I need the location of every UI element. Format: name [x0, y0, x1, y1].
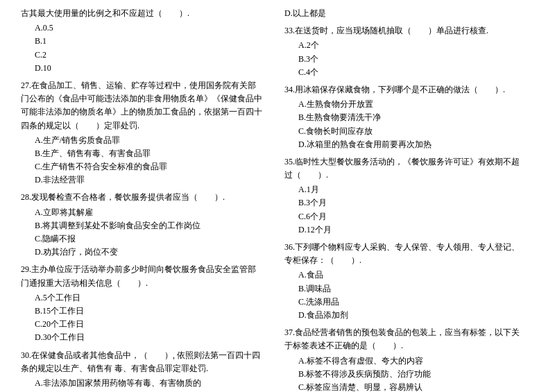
question-28-text: 28.发现餐检查不合格者，餐饮服务提供者应当（ ）. — [21, 191, 264, 204]
question-28: 28.发现餐检查不合格者，餐饮服务提供者应当（ ）. A.立即将其解雇 B.将其… — [21, 191, 264, 259]
question-d-text: D.以上都是 — [284, 7, 527, 20]
option-36c: C.洗涤用品 — [298, 296, 527, 309]
options-30: A.非法添加国家禁用药物等有毒、有害物质的 B.非法添加大量药品的 C.超出固建… — [35, 377, 264, 392]
question-29: 29.主办单位应于活动举办前多少时间向餐饮服务食品安全监管部门通报重大活动相关信… — [21, 263, 264, 344]
option-37c: C.标签应当清楚、明显，容易辨认 — [298, 381, 527, 392]
left-column: 古其最大使用量的比例之和不应超过（ ）. A.0.5 B.1 C.2 D.10 … — [21, 7, 271, 392]
question-30-text: 30.在保健食品或者其他食品中，（ ）, 依照则法第一百四十四条的规定以生产、销… — [21, 349, 264, 375]
option-34d: D.冰箱里的熟食在食用前要再次加热 — [298, 138, 527, 151]
question-33-text: 33.在送货时，应当现场随机抽取（ ）单品进行核查. — [284, 24, 527, 37]
option-28c: C.隐瞒不报 — [35, 232, 264, 246]
option-36d: D.食品添加剂 — [298, 309, 527, 322]
content-grid: 古其最大使用量的比例之和不应超过（ ）. A.0.5 B.1 C.2 D.10 … — [21, 7, 534, 392]
option-30a: A.非法添加国家禁用药物等有毒、有害物质的 — [35, 377, 264, 390]
option-28a: A.立即将其解雇 — [35, 206, 264, 219]
options-35: A.1月 B.3个月 C.6个月 D.12个月 — [298, 183, 527, 237]
option-34c: C.食物长时间应存放 — [298, 125, 527, 138]
question-30: 30.在保健食品或者其他食品中，（ ）, 依照则法第一百四十四条的规定以生产、销… — [21, 349, 264, 393]
right-column: D.以上都是 33.在送货时，应当现场随机抽取（ ）单品进行核查. A.2个 B… — [284, 7, 534, 392]
question-34-text: 34.用冰箱保存保藏食物，下列哪个是不正确的做法（ ）. — [284, 83, 527, 96]
option-35b: B.3个月 — [298, 196, 527, 210]
question-27-text: 27.在食品加工、销售、运输、贮存等过程中，使用国务院有关部门公布的《食品中可能… — [21, 79, 264, 133]
question-29-text: 29.主办单位应于活动举办前多少时间向餐饮服务食品安全监管部门通报重大活动相关信… — [21, 263, 264, 289]
option-36b: B.调味品 — [298, 282, 527, 296]
question-d-above: D.以上都是 — [284, 7, 527, 20]
question-37-text: 37.食品经营者销售的预包装食品的包装上，应当有标签，以下关于标签表述不正确的是… — [284, 326, 527, 352]
option-b0: B.1 — [35, 35, 264, 48]
option-37a: A.标签不得含有虚假、夸大的内容 — [298, 355, 527, 368]
options-37: A.标签不得含有虚假、夸大的内容 B.标签不得涉及疾病预防、治疗功能 C.标签应… — [298, 355, 527, 393]
question-35-text: 35.临时性大型餐饮服务活动的，《餐饮服务许可证》有效期不超过（ ）. — [284, 155, 527, 182]
question-36-text: 36.下列哪个物料应专人采购、专人保管、专人领用、专人登记、专柜保存：（ ）. — [284, 241, 527, 267]
option-33a: A.2个 — [298, 39, 527, 52]
option-29c: C.20个工作日 — [35, 318, 264, 331]
option-37b: B.标签不得涉及疾病预防、治疗功能 — [298, 368, 527, 381]
question-intro-text: 古其最大使用量的比例之和不应超过（ ）. — [21, 7, 264, 20]
question-36: 36.下列哪个物料应专人采购、专人保管、专人领用、专人登记、专柜保存：（ ）. … — [284, 241, 527, 322]
options-33: A.2个 B.3个 C.4个 — [298, 39, 527, 79]
option-36a: A.食品 — [298, 269, 527, 282]
question-27: 27.在食品加工、销售、运输、贮存等过程中，使用国务院有关部门公布的《食品中可能… — [21, 79, 264, 187]
options-29: A.5个工作日 B.15个工作日 C.20个工作日 D.30个工作日 — [35, 291, 264, 345]
option-34b: B.生熟食物要清洗干净 — [298, 111, 527, 124]
option-35a: A.1月 — [298, 183, 527, 196]
question-intro: 古其最大使用量的比例之和不应超过（ ）. A.0.5 B.1 C.2 D.10 — [21, 7, 264, 75]
option-27c: C.生产销售不符合安全标准的食品罪 — [35, 160, 264, 173]
question-33: 33.在送货时，应当现场随机抽取（ ）单品进行核查. A.2个 B.3个 C.4… — [284, 24, 527, 79]
option-c0: C.2 — [35, 49, 264, 62]
question-34: 34.用冰箱保存保藏食物，下列哪个是不正确的做法（ ）. A.生熟食物分开放置 … — [284, 83, 527, 151]
page: 古其最大使用量的比例之和不应超过（ ）. A.0.5 B.1 C.2 D.10 … — [21, 7, 534, 392]
option-29b: B.15个工作日 — [35, 305, 264, 318]
option-33b: B.3个 — [298, 53, 527, 66]
option-27d: D.非法经营罪 — [35, 173, 264, 187]
option-35c: C.6个月 — [298, 210, 527, 223]
options-27: A.生产/销售劣质食品罪 B.生产、销售有毒、有害食品罪 C.生产销售不符合安全… — [35, 134, 264, 187]
question-35: 35.临时性大型餐饮服务活动的，《餐饮服务许可证》有效期不超过（ ）. A.1月… — [284, 155, 527, 237]
option-35d: D.12个月 — [298, 223, 527, 237]
options-intro: A.0.5 B.1 C.2 D.10 — [35, 22, 264, 75]
option-33c: C.4个 — [298, 66, 527, 79]
option-27a: A.生产/销售劣质食品罪 — [35, 134, 264, 147]
question-37: 37.食品经营者销售的预包装食品的包装上，应当有标签，以下关于标签表述不正确的是… — [284, 326, 527, 392]
options-34: A.生熟食物分开放置 B.生熟食物要清洗干净 C.食物长时间应存放 D.冰箱里的… — [298, 98, 527, 151]
option-28d: D.劝其治疗，岗位不变 — [35, 246, 264, 259]
option-a0: A.0.5 — [35, 22, 264, 35]
option-28b: B.将其调整到某处不影响食品安全的工作岗位 — [35, 219, 264, 232]
option-27b: B.生产、销售有毒、有害食品罪 — [35, 147, 264, 160]
option-34a: A.生熟食物分开放置 — [298, 98, 527, 111]
options-36: A.食品 B.调味品 C.洗涤用品 D.食品添加剂 — [298, 269, 527, 322]
option-29d: D.30个工作日 — [35, 331, 264, 344]
options-28: A.立即将其解雇 B.将其调整到某处不影响食品安全的工作岗位 C.隐瞒不报 D.… — [35, 206, 264, 259]
option-29a: A.5个工作日 — [35, 291, 264, 305]
option-d0: D.10 — [35, 62, 264, 75]
